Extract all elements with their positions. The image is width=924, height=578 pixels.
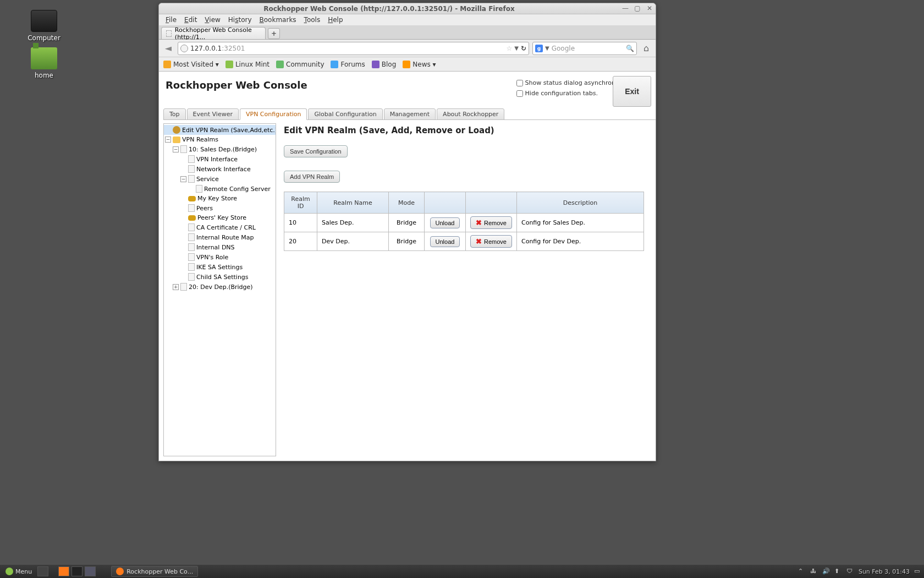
menu-view[interactable]: View — [202, 15, 222, 24]
shield-icon[interactable]: 🛡 — [846, 568, 854, 575]
url-text: 127.0.0.1:32501 — [190, 45, 504, 52]
search-engine-dropdown-icon[interactable]: ▼ — [545, 45, 549, 51]
remove-button[interactable]: ✖Remove — [470, 235, 512, 248]
main-heading: Edit VPN Realm (Save, Add, Remove or Loa… — [284, 126, 649, 135]
bookmark-most-visited[interactable]: Most Visited ▾ — [163, 61, 219, 68]
page-icon — [180, 283, 187, 291]
reload-icon[interactable]: ↻ — [521, 45, 526, 52]
network-icon[interactable]: 🖧 — [810, 568, 818, 575]
tab-event-viewer[interactable]: Event Viewer — [187, 108, 239, 120]
tree-vpn-interface[interactable]: VPN Interface — [164, 154, 276, 164]
bookmark-blog[interactable]: Blog — [372, 61, 397, 68]
window-titlebar[interactable]: Rockhopper Web Console (http://127.0.0.1… — [159, 3, 656, 14]
tree-ike-sa[interactable]: IKE SA Settings — [164, 262, 276, 272]
search-icon[interactable]: 🔍 — [626, 45, 634, 52]
tree-internal-route-map[interactable]: Internal Route Map — [164, 232, 276, 242]
expand-icon[interactable]: + — [173, 284, 179, 290]
page-icon — [188, 273, 195, 281]
collapse-icon[interactable]: − — [165, 137, 171, 143]
firefox-icon — [116, 568, 124, 575]
tree-vpn-role[interactable]: VPN's Role — [164, 252, 276, 262]
tree-realm-10[interactable]: −10: Sales Dep.(Bridge) — [164, 144, 276, 154]
page-icon — [180, 145, 187, 153]
checkbox-hide-input[interactable] — [516, 90, 523, 97]
globe-icon — [180, 45, 188, 52]
save-configuration-button[interactable]: Save Configuration — [284, 145, 348, 157]
menu-help[interactable]: Help — [326, 15, 345, 24]
th-unload — [425, 192, 466, 214]
tree-realm-20[interactable]: +20: Dev Dep.(Bridge) — [164, 282, 276, 292]
tab-global-configuration[interactable]: Global Configuration — [308, 108, 382, 120]
menu-history[interactable]: History — [226, 15, 254, 24]
bookmark-news[interactable]: News ▾ — [403, 61, 436, 68]
bookmark-community[interactable]: Community — [276, 61, 324, 68]
tree-internal-dns[interactable]: Internal DNS — [164, 242, 276, 252]
firefox-window: Rockhopper Web Console (http://127.0.0.1… — [158, 3, 656, 461]
th-realm-id: Realm ID — [284, 192, 317, 214]
remove-button[interactable]: ✖Remove — [470, 216, 512, 229]
desktop-icon-label: Computer — [22, 34, 66, 42]
desktop-icon-computer[interactable]: Computer — [22, 10, 66, 42]
start-menu-button[interactable]: Menu — [2, 566, 35, 576]
tree-ca-crl[interactable]: CA Certificate / CRL — [164, 222, 276, 232]
site-icon — [331, 61, 338, 68]
tree-peers-key-store[interactable]: Peers' Key Store — [164, 213, 276, 222]
quicklaunch-firefox[interactable] — [58, 566, 69, 576]
tab-vpn-configuration[interactable]: VPN Configuration — [240, 108, 307, 120]
mint-icon — [6, 568, 13, 575]
bookmark-star-icon[interactable]: ☆ — [506, 45, 512, 52]
unload-button[interactable]: Unload — [430, 217, 460, 228]
collapse-icon[interactable]: − — [173, 146, 179, 152]
home-button[interactable]: ⌂ — [640, 42, 652, 54]
new-tab-button[interactable]: + — [268, 28, 280, 39]
back-button[interactable]: ◄ — [162, 42, 174, 54]
unload-button[interactable]: Unload — [430, 236, 460, 247]
menu-bookmarks[interactable]: Bookmarks — [257, 15, 299, 24]
tree-service[interactable]: −Service — [164, 174, 276, 184]
tab-top[interactable]: Top — [163, 108, 186, 120]
show-desktop-button[interactable] — [37, 566, 48, 576]
site-icon — [276, 61, 284, 68]
bookmark-linux-mint[interactable]: Linux Mint — [226, 61, 270, 68]
url-bar[interactable]: 127.0.0.1:32501 ☆ ▼ ↻ — [178, 42, 529, 55]
taskbar-task-firefox[interactable]: Rockhopper Web Co... — [111, 566, 198, 577]
tray-icon[interactable]: ⌃ — [798, 568, 806, 575]
tree-network-interface[interactable]: Network Interface — [164, 164, 276, 174]
url-dropdown-icon[interactable]: ▼ — [514, 45, 519, 51]
window-close-button[interactable]: ✕ — [645, 5, 654, 13]
feed-icon — [403, 61, 410, 68]
menu-tools[interactable]: Tools — [302, 15, 323, 24]
tab-about-rockhopper[interactable]: About Rockhopper — [437, 108, 504, 120]
window-minimize-button[interactable]: — — [621, 5, 630, 13]
tree-child-sa[interactable]: Child SA Settings — [164, 272, 276, 282]
quicklaunch-files[interactable] — [85, 566, 96, 576]
tree-vpn-realms[interactable]: −VPN Realms — [164, 135, 276, 144]
volume-icon[interactable]: 🔊 — [822, 568, 830, 575]
exit-button[interactable]: Exit — [613, 76, 651, 107]
updates-icon[interactable]: ⬆ — [834, 568, 842, 575]
checkbox-async-input[interactable] — [516, 80, 523, 86]
search-bar[interactable]: g ▼ Google 🔍 — [532, 42, 637, 55]
tree-edit-realm[interactable]: Edit VPN Realm (Save,Add,etc.) — [164, 125, 276, 135]
window-maximize-button[interactable]: ▢ — [633, 5, 642, 13]
main-panel: Edit VPN Realm (Save, Add, Remove or Loa… — [282, 123, 651, 456]
tree-peers[interactable]: Peers — [164, 203, 276, 213]
add-vpn-realm-button[interactable]: Add VPN Realm — [284, 171, 340, 183]
x-icon: ✖ — [476, 219, 482, 227]
clock[interactable]: Sun Feb 3, 01:43 — [859, 568, 910, 575]
page-icon — [188, 175, 195, 183]
tree-my-key-store[interactable]: My Key Store — [164, 194, 276, 203]
browser-tab[interactable]: Rockhopper Web Console (http://1... — [161, 27, 266, 39]
quicklaunch-terminal[interactable] — [72, 566, 82, 576]
feed-icon — [163, 61, 171, 68]
collapse-icon[interactable]: − — [180, 176, 186, 182]
page-icon — [188, 223, 195, 231]
desktop-icon-home[interactable]: home — [22, 47, 66, 79]
menu-file[interactable]: File — [163, 15, 179, 24]
bookmark-forums[interactable]: Forums — [331, 61, 365, 68]
menu-edit[interactable]: Edit — [182, 15, 199, 24]
tree-remote-config-server[interactable]: Remote Config Server — [164, 184, 276, 194]
tab-management[interactable]: Management — [384, 108, 436, 120]
firefox-menubar: File Edit View History Bookmarks Tools H… — [159, 14, 656, 25]
show-desktop-icon[interactable]: ▭ — [914, 568, 922, 575]
